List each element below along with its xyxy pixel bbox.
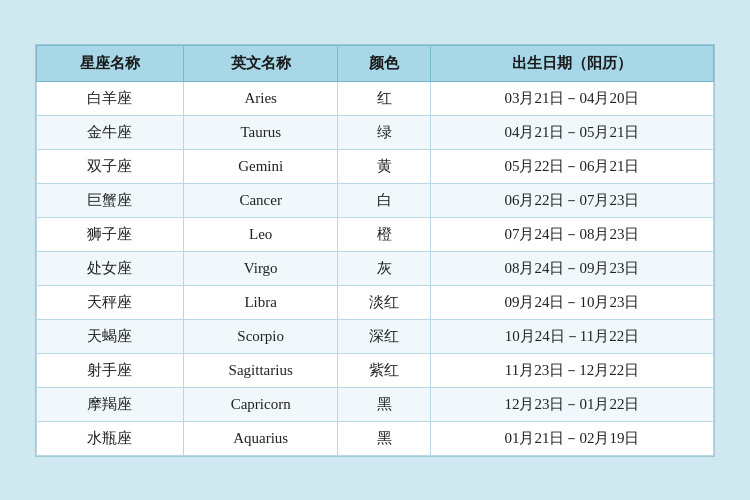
cell-dates: 01月21日－02月19日 bbox=[430, 421, 713, 455]
cell-color: 紫红 bbox=[338, 353, 431, 387]
table-row: 巨蟹座Cancer白06月22日－07月23日 bbox=[37, 183, 714, 217]
cell-dates: 06月22日－07月23日 bbox=[430, 183, 713, 217]
cell-english-name: Cancer bbox=[183, 183, 338, 217]
cell-dates: 10月24日－11月22日 bbox=[430, 319, 713, 353]
cell-color: 黑 bbox=[338, 387, 431, 421]
cell-chinese-name: 双子座 bbox=[37, 149, 184, 183]
cell-chinese-name: 巨蟹座 bbox=[37, 183, 184, 217]
cell-chinese-name: 金牛座 bbox=[37, 115, 184, 149]
cell-color: 橙 bbox=[338, 217, 431, 251]
table-body: 白羊座Aries红03月21日－04月20日金牛座Taurus绿04月21日－0… bbox=[37, 81, 714, 455]
table-row: 射手座Sagittarius紫红11月23日－12月22日 bbox=[37, 353, 714, 387]
cell-dates: 11月23日－12月22日 bbox=[430, 353, 713, 387]
table-row: 双子座Gemini黄05月22日－06月21日 bbox=[37, 149, 714, 183]
table-header-row: 星座名称 英文名称 颜色 出生日期（阳历） bbox=[37, 45, 714, 81]
cell-english-name: Virgo bbox=[183, 251, 338, 285]
table-row: 白羊座Aries红03月21日－04月20日 bbox=[37, 81, 714, 115]
table-row: 处女座Virgo灰08月24日－09月23日 bbox=[37, 251, 714, 285]
cell-english-name: Libra bbox=[183, 285, 338, 319]
table-row: 天蝎座Scorpio深红10月24日－11月22日 bbox=[37, 319, 714, 353]
cell-color: 淡红 bbox=[338, 285, 431, 319]
cell-dates: 08月24日－09月23日 bbox=[430, 251, 713, 285]
cell-color: 灰 bbox=[338, 251, 431, 285]
zodiac-table: 星座名称 英文名称 颜色 出生日期（阳历） 白羊座Aries红03月21日－04… bbox=[36, 45, 714, 456]
cell-chinese-name: 白羊座 bbox=[37, 81, 184, 115]
header-color: 颜色 bbox=[338, 45, 431, 81]
cell-color: 深红 bbox=[338, 319, 431, 353]
header-dates: 出生日期（阳历） bbox=[430, 45, 713, 81]
cell-english-name: Sagittarius bbox=[183, 353, 338, 387]
cell-color: 白 bbox=[338, 183, 431, 217]
header-english-name: 英文名称 bbox=[183, 45, 338, 81]
cell-chinese-name: 天蝎座 bbox=[37, 319, 184, 353]
cell-chinese-name: 狮子座 bbox=[37, 217, 184, 251]
table-row: 狮子座Leo橙07月24日－08月23日 bbox=[37, 217, 714, 251]
table-row: 摩羯座Capricorn黑12月23日－01月22日 bbox=[37, 387, 714, 421]
cell-english-name: Aquarius bbox=[183, 421, 338, 455]
cell-chinese-name: 摩羯座 bbox=[37, 387, 184, 421]
cell-chinese-name: 射手座 bbox=[37, 353, 184, 387]
cell-dates: 07月24日－08月23日 bbox=[430, 217, 713, 251]
cell-english-name: Scorpio bbox=[183, 319, 338, 353]
cell-chinese-name: 天秤座 bbox=[37, 285, 184, 319]
cell-chinese-name: 处女座 bbox=[37, 251, 184, 285]
table-row: 金牛座Taurus绿04月21日－05月21日 bbox=[37, 115, 714, 149]
cell-english-name: Gemini bbox=[183, 149, 338, 183]
cell-english-name: Aries bbox=[183, 81, 338, 115]
cell-color: 红 bbox=[338, 81, 431, 115]
cell-dates: 05月22日－06月21日 bbox=[430, 149, 713, 183]
cell-dates: 04月21日－05月21日 bbox=[430, 115, 713, 149]
table-row: 天秤座Libra淡红09月24日－10月23日 bbox=[37, 285, 714, 319]
cell-color: 黑 bbox=[338, 421, 431, 455]
zodiac-table-wrapper: 星座名称 英文名称 颜色 出生日期（阳历） 白羊座Aries红03月21日－04… bbox=[35, 44, 715, 457]
cell-color: 绿 bbox=[338, 115, 431, 149]
cell-chinese-name: 水瓶座 bbox=[37, 421, 184, 455]
table-row: 水瓶座Aquarius黑01月21日－02月19日 bbox=[37, 421, 714, 455]
header-chinese-name: 星座名称 bbox=[37, 45, 184, 81]
cell-dates: 12月23日－01月22日 bbox=[430, 387, 713, 421]
cell-dates: 03月21日－04月20日 bbox=[430, 81, 713, 115]
cell-english-name: Capricorn bbox=[183, 387, 338, 421]
cell-english-name: Taurus bbox=[183, 115, 338, 149]
cell-color: 黄 bbox=[338, 149, 431, 183]
cell-dates: 09月24日－10月23日 bbox=[430, 285, 713, 319]
cell-english-name: Leo bbox=[183, 217, 338, 251]
